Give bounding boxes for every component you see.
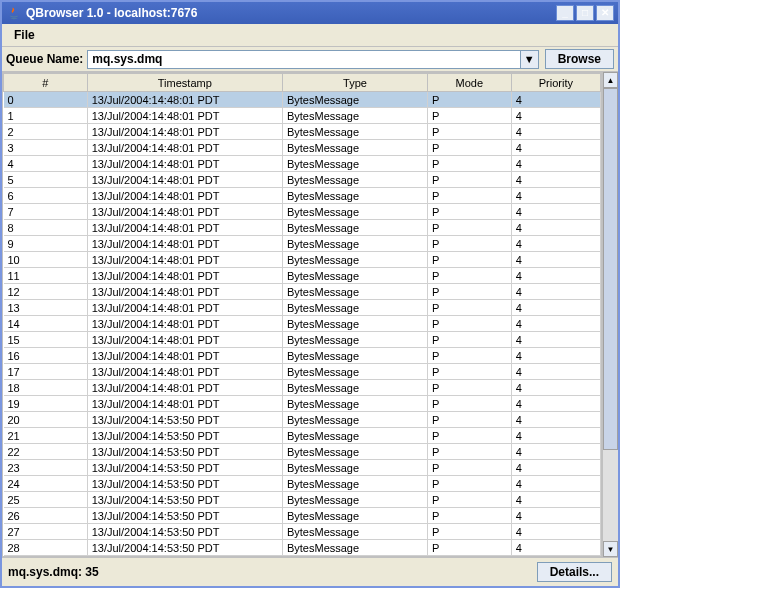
table-row[interactable]: 2613/Jul/2004:14:53:50 PDTBytesMessageP4 (4, 508, 601, 524)
cell: 13/Jul/2004:14:48:01 PDT (87, 156, 282, 172)
cell: P (428, 124, 512, 140)
cell: BytesMessage (282, 124, 427, 140)
cell: BytesMessage (282, 444, 427, 460)
cell: BytesMessage (282, 140, 427, 156)
table-row[interactable]: 1713/Jul/2004:14:48:01 PDTBytesMessageP4 (4, 364, 601, 380)
cell: 4 (511, 236, 600, 252)
col-header-mode[interactable]: Mode (428, 74, 512, 92)
table-row[interactable]: 2513/Jul/2004:14:53:50 PDTBytesMessageP4 (4, 492, 601, 508)
table-row[interactable]: 313/Jul/2004:14:48:01 PDTBytesMessageP4 (4, 140, 601, 156)
table-row[interactable]: 1813/Jul/2004:14:48:01 PDTBytesMessageP4 (4, 380, 601, 396)
details-button[interactable]: Details... (537, 562, 612, 582)
table-row[interactable]: 913/Jul/2004:14:48:01 PDTBytesMessageP4 (4, 236, 601, 252)
table-row[interactable]: 2013/Jul/2004:14:53:50 PDTBytesMessageP4 (4, 412, 601, 428)
cell: 19 (4, 396, 88, 412)
cell: BytesMessage (282, 460, 427, 476)
table-row[interactable]: 1613/Jul/2004:14:48:01 PDTBytesMessageP4 (4, 348, 601, 364)
col-header-type[interactable]: Type (282, 74, 427, 92)
cell: P (428, 460, 512, 476)
table-row[interactable]: 013/Jul/2004:14:48:01 PDTBytesMessageP4 (4, 92, 601, 108)
titlebar[interactable]: QBrowser 1.0 - localhost:7676 _ □ ✕ (2, 2, 618, 24)
cell: BytesMessage (282, 316, 427, 332)
queue-dropdown-button[interactable]: ▼ (521, 50, 539, 69)
vertical-scrollbar[interactable]: ▲ ▼ (602, 72, 618, 557)
table-row[interactable]: 1313/Jul/2004:14:48:01 PDTBytesMessageP4 (4, 300, 601, 316)
cell: P (428, 348, 512, 364)
table-row[interactable]: 713/Jul/2004:14:48:01 PDTBytesMessageP4 (4, 204, 601, 220)
cell: 15 (4, 332, 88, 348)
table-area: # Timestamp Type Mode Priority 013/Jul/2… (2, 72, 618, 557)
col-header-number[interactable]: # (4, 74, 88, 92)
table-row[interactable]: 413/Jul/2004:14:48:01 PDTBytesMessageP4 (4, 156, 601, 172)
cell: 13/Jul/2004:14:48:01 PDT (87, 364, 282, 380)
table-row[interactable]: 513/Jul/2004:14:48:01 PDTBytesMessageP4 (4, 172, 601, 188)
table-row[interactable]: 813/Jul/2004:14:48:01 PDTBytesMessageP4 (4, 220, 601, 236)
cell: BytesMessage (282, 508, 427, 524)
scroll-up-button[interactable]: ▲ (603, 72, 618, 88)
cell: BytesMessage (282, 396, 427, 412)
cell: 27 (4, 524, 88, 540)
cell: 5 (4, 172, 88, 188)
toolbar: Queue Name: ▼ Browse (2, 47, 618, 72)
table-row[interactable]: 1113/Jul/2004:14:48:01 PDTBytesMessageP4 (4, 268, 601, 284)
cell: P (428, 188, 512, 204)
cell: P (428, 332, 512, 348)
cell: BytesMessage (282, 380, 427, 396)
cell: BytesMessage (282, 188, 427, 204)
col-header-priority[interactable]: Priority (511, 74, 600, 92)
cell: P (428, 204, 512, 220)
cell: 13/Jul/2004:14:48:01 PDT (87, 108, 282, 124)
cell: BytesMessage (282, 332, 427, 348)
scroll-track[interactable] (603, 88, 618, 541)
cell: 4 (511, 172, 600, 188)
table-row[interactable]: 2213/Jul/2004:14:53:50 PDTBytesMessageP4 (4, 444, 601, 460)
table-row[interactable]: 213/Jul/2004:14:48:01 PDTBytesMessageP4 (4, 124, 601, 140)
queue-name-input[interactable] (87, 50, 520, 69)
table-row[interactable]: 113/Jul/2004:14:48:01 PDTBytesMessageP4 (4, 108, 601, 124)
table-row[interactable]: 1513/Jul/2004:14:48:01 PDTBytesMessageP4 (4, 332, 601, 348)
cell: 4 (511, 492, 600, 508)
cell: P (428, 364, 512, 380)
cell: 13/Jul/2004:14:48:01 PDT (87, 380, 282, 396)
cell: P (428, 524, 512, 540)
browse-button[interactable]: Browse (545, 49, 614, 69)
scroll-down-button[interactable]: ▼ (603, 541, 618, 557)
cell: 13/Jul/2004:14:48:01 PDT (87, 140, 282, 156)
close-button[interactable]: ✕ (596, 5, 614, 21)
cell: BytesMessage (282, 252, 427, 268)
table-row[interactable]: 1013/Jul/2004:14:48:01 PDTBytesMessageP4 (4, 252, 601, 268)
cell: BytesMessage (282, 172, 427, 188)
cell: 13/Jul/2004:14:48:01 PDT (87, 92, 282, 108)
cell: 13/Jul/2004:14:48:01 PDT (87, 268, 282, 284)
cell: P (428, 300, 512, 316)
cell: 4 (511, 524, 600, 540)
table-row[interactable]: 2813/Jul/2004:14:53:50 PDTBytesMessageP4 (4, 540, 601, 556)
table-row[interactable]: 2713/Jul/2004:14:53:50 PDTBytesMessageP4 (4, 524, 601, 540)
table-row[interactable]: 613/Jul/2004:14:48:01 PDTBytesMessageP4 (4, 188, 601, 204)
table-row[interactable]: 1913/Jul/2004:14:48:01 PDTBytesMessageP4 (4, 396, 601, 412)
cell: 13/Jul/2004:14:53:50 PDT (87, 524, 282, 540)
table-row[interactable]: 2313/Jul/2004:14:53:50 PDTBytesMessageP4 (4, 460, 601, 476)
cell: 24 (4, 476, 88, 492)
scroll-thumb[interactable] (603, 88, 618, 450)
cell: 4 (511, 428, 600, 444)
minimize-button[interactable]: _ (556, 5, 574, 21)
menu-file[interactable]: File (8, 26, 41, 44)
col-header-timestamp[interactable]: Timestamp (87, 74, 282, 92)
cell: 7 (4, 204, 88, 220)
cell: 13/Jul/2004:14:48:01 PDT (87, 316, 282, 332)
cell: 13/Jul/2004:14:48:01 PDT (87, 204, 282, 220)
cell: P (428, 492, 512, 508)
window-controls: _ □ ✕ (556, 5, 614, 21)
table-row[interactable]: 2413/Jul/2004:14:53:50 PDTBytesMessageP4 (4, 476, 601, 492)
table-row[interactable]: 1213/Jul/2004:14:48:01 PDTBytesMessageP4 (4, 284, 601, 300)
table-row[interactable]: 2113/Jul/2004:14:53:50 PDTBytesMessageP4 (4, 428, 601, 444)
cell: 4 (511, 396, 600, 412)
cell: 4 (511, 316, 600, 332)
table-row[interactable]: 1413/Jul/2004:14:48:01 PDTBytesMessageP4 (4, 316, 601, 332)
maximize-button[interactable]: □ (576, 5, 594, 21)
cell: 4 (511, 460, 600, 476)
cell: BytesMessage (282, 108, 427, 124)
cell: 4 (511, 124, 600, 140)
java-icon (6, 5, 22, 21)
